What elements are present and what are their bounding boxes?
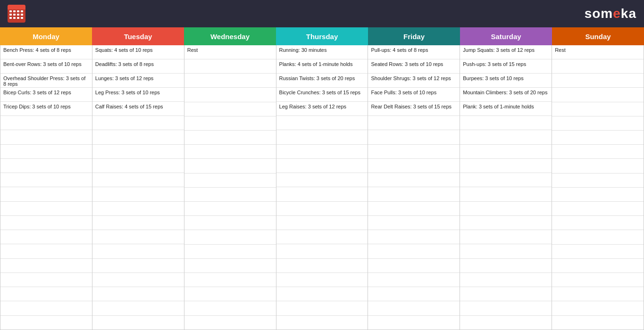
empty-cell xyxy=(460,159,552,173)
empty-cell xyxy=(92,230,184,244)
empty-cell xyxy=(276,301,368,315)
empty-cell xyxy=(460,202,552,216)
empty-cell xyxy=(184,259,276,273)
empty-cell xyxy=(552,59,644,74)
empty-cell xyxy=(184,188,276,202)
empty-cell xyxy=(184,145,276,159)
empty-cell xyxy=(0,301,92,315)
workout-cell: Lunges: 3 sets of 12 reps xyxy=(92,74,184,88)
workout-cell: Pull-ups: 4 sets of 8 reps xyxy=(368,45,460,59)
empty-cell xyxy=(184,159,276,173)
empty-cell xyxy=(552,216,644,230)
empty-cell xyxy=(552,188,644,202)
empty-cell xyxy=(276,145,368,159)
header-left xyxy=(8,5,31,23)
empty-cell xyxy=(92,130,184,144)
day-header-saturday: Saturday xyxy=(460,27,552,45)
empty-cell xyxy=(368,301,460,315)
empty-cell xyxy=(184,216,276,230)
empty-cell xyxy=(184,316,276,330)
empty-cell xyxy=(552,159,644,173)
empty-cell xyxy=(0,116,92,130)
empty-cell xyxy=(276,173,368,187)
empty-cell xyxy=(92,316,184,330)
day-header-monday: Monday xyxy=(0,27,92,45)
empty-cell xyxy=(460,187,552,201)
empty-cell xyxy=(0,259,92,273)
day-header-thursday: Thursday xyxy=(276,27,368,45)
empty-cell xyxy=(368,316,460,330)
empty-cell xyxy=(276,216,368,230)
empty-cell xyxy=(460,244,552,258)
workout-cell: Calf Raises: 4 sets of 15 reps xyxy=(92,102,184,116)
empty-cell xyxy=(0,287,92,301)
brand-logo: someka xyxy=(585,6,636,21)
empty-cell xyxy=(92,159,184,173)
empty-cell xyxy=(0,244,92,258)
day-header-friday: Friday xyxy=(368,27,460,45)
day-header-tuesday: Tuesday xyxy=(92,27,184,45)
empty-cell xyxy=(184,102,276,116)
empty-cell xyxy=(460,259,552,273)
empty-cell xyxy=(460,230,552,244)
empty-cell xyxy=(92,187,184,201)
workout-cell: Burpees: 3 sets of 10 reps xyxy=(460,74,552,88)
empty-cell xyxy=(92,145,184,159)
empty-cell xyxy=(460,145,552,159)
workout-cell: Tricep Dips: 3 sets of 10 reps xyxy=(0,102,92,116)
empty-cell xyxy=(460,287,552,301)
workout-cell: Squats: 4 sets of 10 reps xyxy=(92,45,184,59)
empty-cell xyxy=(276,130,368,144)
empty-cell xyxy=(0,230,92,244)
workout-cell: Mountain Climbers: 3 sets of 20 reps xyxy=(460,88,552,102)
empty-cell xyxy=(368,130,460,144)
empty-cell xyxy=(368,244,460,258)
empty-cell xyxy=(460,173,552,187)
workout-cell: Jump Squats: 3 sets of 12 reps xyxy=(460,45,552,59)
empty-cell xyxy=(552,131,644,145)
empty-cell xyxy=(552,74,644,88)
empty-cell xyxy=(552,301,644,315)
day-header-wednesday: Wednesday xyxy=(184,27,276,45)
empty-cell xyxy=(552,173,644,188)
empty-cell xyxy=(368,273,460,287)
workout-cell: Plank: 3 sets of 1-minute holds xyxy=(460,102,552,116)
empty-cell xyxy=(0,173,92,187)
empty-cell xyxy=(92,273,184,287)
empty-cell xyxy=(0,202,92,216)
empty-cell xyxy=(184,230,276,244)
day-column-sunday: Rest xyxy=(552,45,644,330)
empty-cell xyxy=(184,116,276,131)
workout-cell: Push-ups: 3 sets of 15 reps xyxy=(460,59,552,74)
empty-cell xyxy=(552,259,644,273)
empty-cell xyxy=(184,202,276,216)
empty-cell xyxy=(552,230,644,244)
empty-cell xyxy=(368,259,460,273)
empty-cell xyxy=(368,202,460,216)
empty-cell xyxy=(276,287,368,301)
empty-cell xyxy=(276,159,368,173)
empty-cell xyxy=(184,88,276,102)
empty-cell xyxy=(0,273,92,287)
empty-cell xyxy=(368,216,460,230)
empty-cell xyxy=(92,216,184,230)
empty-cell xyxy=(92,301,184,315)
empty-cell xyxy=(460,216,552,230)
empty-cell xyxy=(552,245,644,259)
empty-cell xyxy=(276,273,368,287)
empty-cell xyxy=(460,273,552,287)
empty-cell xyxy=(276,259,368,273)
workout-cell: Leg Press: 3 sets of 10 reps xyxy=(92,88,184,102)
empty-cell xyxy=(552,202,644,216)
workout-cell: Shoulder Shrugs: 3 sets of 12 reps xyxy=(368,74,460,88)
workout-cell: Overhead Shoulder Press: 3 sets of 8 rep… xyxy=(0,74,92,88)
empty-cell xyxy=(92,244,184,258)
workout-cell: Planks: 4 sets of 1-minute holds xyxy=(276,59,368,74)
empty-cell xyxy=(92,287,184,301)
empty-cell xyxy=(92,259,184,273)
workout-cell: Face Pulls: 3 sets of 10 reps xyxy=(368,88,460,102)
empty-cell xyxy=(552,145,644,159)
calendar-body: Bench Press: 4 sets of 8 repsBent-over R… xyxy=(0,45,644,330)
workout-cell: Russian Twists: 3 sets of 20 reps xyxy=(276,74,368,88)
workout-cell: Bicep Curls: 3 sets of 12 reps xyxy=(0,88,92,102)
